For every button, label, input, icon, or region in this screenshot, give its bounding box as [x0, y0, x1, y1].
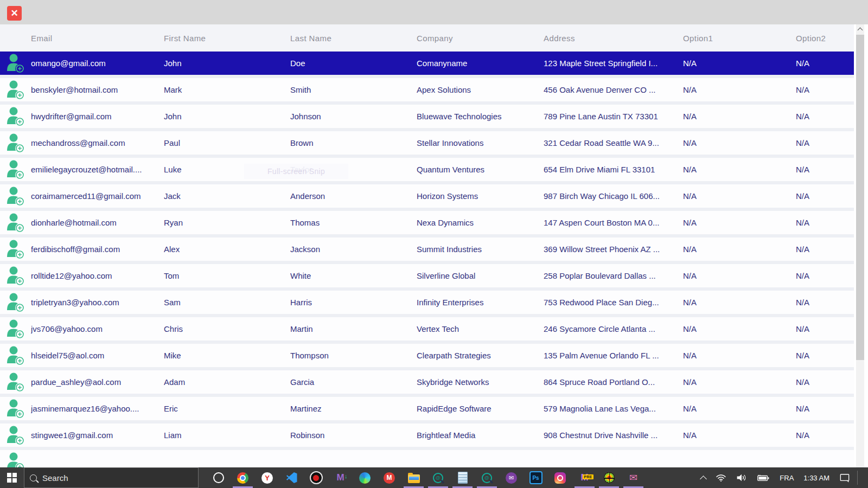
col-email[interactable]: Email [31, 34, 164, 43]
col-company[interactable]: Company [417, 34, 544, 43]
search-icon [30, 474, 37, 481]
notepad-icon[interactable] [450, 467, 475, 488]
cell-last-name: Robinson [290, 431, 417, 440]
scroll-up-icon[interactable] [856, 24, 864, 34]
mail-app-icon[interactable]: ✉ [499, 467, 524, 488]
add-contact-icon[interactable] [0, 317, 31, 341]
start-button[interactable] [0, 467, 24, 488]
cell-last-name: Martin [290, 324, 417, 333]
cell-option2: N/A [796, 351, 854, 360]
table-row-partial[interactable] [0, 450, 854, 467]
cell-company: Nexa Dynamics [417, 218, 544, 227]
add-contact-icon[interactable] [0, 131, 31, 155]
cell-email: hlseidel75@aol.com [31, 351, 164, 360]
cell-first-name: Eric [164, 404, 290, 413]
col-option1[interactable]: Option1 [683, 34, 796, 43]
col-first-name[interactable]: First Name [164, 34, 290, 43]
cell-option2: N/A [796, 165, 854, 174]
table-row[interactable]: omango@gmail.com John Doe Comanyname 123… [0, 52, 854, 75]
add-contact-icon[interactable] [0, 450, 31, 467]
gmail-icon[interactable]: M [377, 467, 401, 488]
add-contact-icon[interactable] [0, 370, 31, 394]
cell-option1: N/A [683, 85, 796, 94]
cell-email: dionharle@hotmail.com [31, 218, 164, 227]
scrollbar-thumb[interactable] [856, 35, 864, 360]
mail-checker-icon[interactable]: ✉ [621, 467, 646, 488]
language-indicator[interactable]: FRA [776, 467, 797, 488]
table-row[interactable]: stingwee1@gmail.com Liam Robinson Bright… [0, 423, 854, 447]
action-center-icon[interactable] [835, 467, 854, 488]
cell-first-name: John [164, 59, 290, 68]
add-contact-icon[interactable] [0, 184, 31, 208]
taskbar-search-input[interactable]: Search [24, 467, 199, 488]
table-row[interactable]: mechandross@gmail.com Paul Brown Stellar… [0, 131, 854, 155]
add-contact-icon[interactable] [0, 423, 31, 447]
add-contact-icon[interactable] [0, 264, 31, 287]
cell-first-name: Paul [164, 138, 290, 147]
cell-option1: N/A [683, 351, 796, 360]
cell-address: 258 Poplar Boulevard Dallas ... [544, 271, 683, 280]
target-app-icon[interactable] [597, 467, 621, 488]
add-contact-icon[interactable] [0, 52, 31, 75]
cell-company: Skybridge Networks [417, 377, 544, 387]
cell-option2: N/A [796, 112, 854, 121]
table-row[interactable]: emilielegaycrouzet@hotmail.... Luke Tayl… [0, 158, 854, 181]
chrome-icon[interactable] [231, 467, 255, 488]
table-row[interactable]: hlseidel75@aol.com Mike Thompson Clearpa… [0, 344, 854, 367]
col-address[interactable]: Address [544, 34, 683, 43]
cell-email: emilielegaycrouzet@hotmail.... [31, 165, 164, 174]
email-extractor-icon[interactable]: @ [426, 467, 450, 488]
table-row[interactable]: benskyler@hotmail.com Mark Smith Apex So… [0, 78, 854, 101]
table-row[interactable]: pardue_ashley@aol.com Adam Garcia Skybri… [0, 370, 854, 394]
add-contact-icon[interactable] [0, 237, 31, 261]
file-explorer-icon[interactable] [401, 467, 426, 488]
add-contact-icon[interactable] [0, 78, 31, 101]
mega-icon[interactable]: M↓ [328, 467, 353, 488]
add-contact-icon[interactable] [0, 158, 31, 181]
table-row[interactable]: tripletryan3@yahoo.com Sam Harris Infini… [0, 291, 854, 314]
table-row[interactable]: hwydrifter@gmail.com John Johnson Bluewa… [0, 105, 854, 128]
cell-last-name: Smith [290, 85, 417, 94]
app-window: ✕ Email First Name Last Name Company Add… [0, 0, 868, 488]
screen-recorder-icon[interactable] [304, 467, 328, 488]
instagram-icon[interactable] [548, 467, 572, 488]
show-desktop-button[interactable] [861, 467, 866, 488]
col-last-name[interactable]: Last Name [290, 34, 417, 43]
table-row[interactable]: jasminemarquez16@yahoo.... Eric Martinez… [0, 397, 854, 420]
table-row[interactable]: coraimamerced11@gmail.com Jack Anderson … [0, 184, 854, 208]
cortana-icon[interactable] [206, 467, 231, 488]
add-contact-icon[interactable] [0, 105, 31, 128]
col-option2[interactable]: Option2 [796, 34, 854, 43]
yandex-browser-icon[interactable]: Y [255, 467, 279, 488]
email-extractor-2-icon[interactable]: @ [475, 467, 499, 488]
add-contact-icon[interactable] [0, 344, 31, 367]
clock[interactable]: 1:33 AM [800, 467, 833, 488]
cell-company: Apex Solutions [417, 85, 544, 94]
table-body: omango@gmail.com John Doe Comanyname 123… [0, 52, 854, 467]
table-row[interactable]: jvs706@yahoo.com Chris Martin Vertex Tec… [0, 317, 854, 341]
cell-company: Brightleaf Media [417, 431, 544, 440]
vscode-icon[interactable] [279, 467, 304, 488]
close-button[interactable]: ✕ [7, 6, 22, 21]
volume-icon[interactable] [732, 467, 751, 488]
photoshop-icon[interactable]: Ps [524, 467, 548, 488]
table-row[interactable]: rolltide12@yahoo.com Tom White Silverlin… [0, 264, 854, 287]
table-header: Email First Name Last Name Company Addre… [0, 24, 854, 52]
cell-address: 135 Palm Avenue Orlando FL ... [544, 351, 683, 360]
table-row[interactable]: dionharle@hotmail.com Ryan Thomas Nexa D… [0, 211, 854, 234]
movavi-icon[interactable]: MPRE [572, 467, 597, 488]
add-contact-icon[interactable] [0, 397, 31, 420]
wifi-icon[interactable] [712, 467, 730, 488]
add-contact-icon[interactable] [0, 211, 31, 234]
tray-chevron-up-icon[interactable] [697, 467, 710, 488]
edge-icon[interactable] [353, 467, 377, 488]
add-contact-icon[interactable] [0, 291, 31, 314]
cell-first-name: Sam [164, 298, 290, 307]
windows-logo-icon [7, 473, 17, 483]
vertical-scrollbar[interactable] [856, 24, 864, 467]
table-row[interactable]: ferdibischoff@gmail.com Alex Jackson Sum… [0, 237, 854, 261]
contacts-table: Email First Name Last Name Company Addre… [0, 24, 854, 467]
battery-icon[interactable] [753, 467, 774, 488]
cell-first-name: Jack [164, 191, 290, 201]
cell-last-name: Harris [290, 298, 417, 307]
